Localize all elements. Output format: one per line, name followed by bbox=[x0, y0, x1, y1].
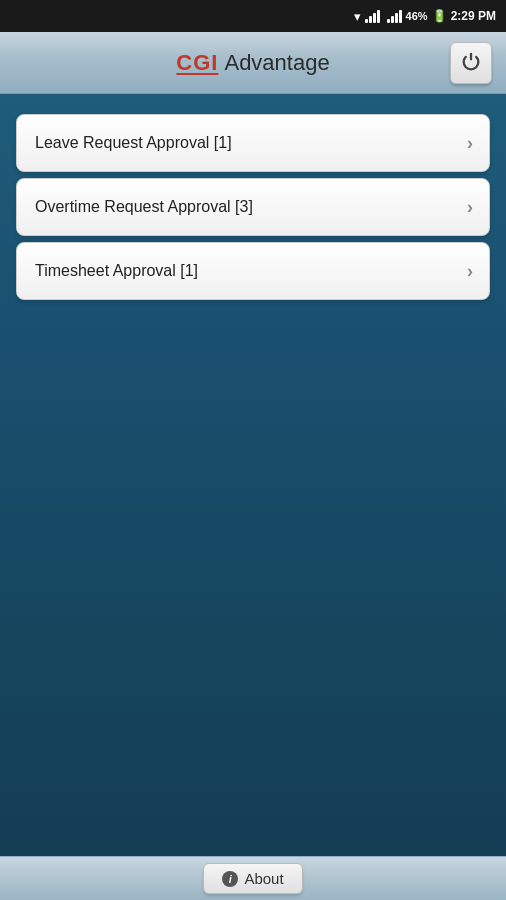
signal-bar bbox=[387, 19, 390, 23]
about-button[interactable]: i About bbox=[203, 863, 302, 894]
header-title: CGI Advantage bbox=[56, 50, 450, 76]
battery-percent: 46% bbox=[406, 10, 428, 22]
overtime-request-label: Overtime Request Approval [3] bbox=[35, 198, 253, 216]
signal-bars-2 bbox=[387, 9, 402, 23]
chevron-right-icon: › bbox=[467, 261, 473, 282]
wifi-icon: ▾ bbox=[354, 9, 361, 24]
battery-icon: 🔋 bbox=[432, 9, 447, 23]
signal-bar bbox=[377, 10, 380, 23]
overtime-request-item[interactable]: Overtime Request Approval [3] › bbox=[16, 178, 490, 236]
status-icons: ▾ 46% 🔋 2:29 PM bbox=[354, 9, 496, 24]
time-display: 2:29 PM bbox=[451, 9, 496, 23]
status-bar: ▾ 46% 🔋 2:29 PM bbox=[0, 0, 506, 32]
menu-list: Leave Request Approval [1] › Overtime Re… bbox=[16, 114, 490, 300]
signal-bar bbox=[369, 16, 372, 23]
chevron-right-icon: › bbox=[467, 133, 473, 154]
signal-bar bbox=[399, 10, 402, 23]
power-icon bbox=[460, 52, 482, 74]
timesheet-label: Timesheet Approval [1] bbox=[35, 262, 198, 280]
leave-request-label: Leave Request Approval [1] bbox=[35, 134, 232, 152]
app-header: CGI Advantage bbox=[0, 32, 506, 94]
main-content: Leave Request Approval [1] › Overtime Re… bbox=[0, 94, 506, 856]
signal-bar bbox=[391, 16, 394, 23]
leave-request-item[interactable]: Leave Request Approval [1] › bbox=[16, 114, 490, 172]
logo-cgi: CGI bbox=[176, 50, 218, 76]
chevron-right-icon: › bbox=[467, 197, 473, 218]
timesheet-item[interactable]: Timesheet Approval [1] › bbox=[16, 242, 490, 300]
power-button[interactable] bbox=[450, 42, 492, 84]
footer: i About bbox=[0, 856, 506, 900]
signal-bars-1 bbox=[365, 9, 380, 23]
about-label: About bbox=[244, 870, 283, 887]
signal-bar bbox=[365, 19, 368, 23]
signal-bar bbox=[395, 13, 398, 23]
signal-bar bbox=[373, 13, 376, 23]
about-info-icon: i bbox=[222, 871, 238, 887]
logo-advantage: Advantage bbox=[224, 50, 329, 76]
